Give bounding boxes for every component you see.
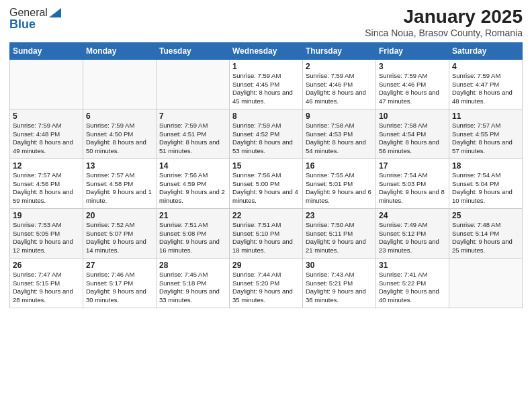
logo-blue-text: Blue [9, 17, 36, 32]
day-number: 3 [379, 62, 446, 71]
calendar-cell: 23Sunrise: 7:50 AMSunset: 5:11 PMDayligh… [303, 208, 376, 258]
day-info: Sunset: 5:05 PM [13, 230, 80, 238]
day-info: Daylight: 9 hours and 23 minutes. [379, 238, 446, 255]
calendar-cell: 28Sunrise: 7:45 AMSunset: 5:18 PMDayligh… [157, 258, 230, 308]
calendar-cell: 22Sunrise: 7:51 AMSunset: 5:10 PMDayligh… [230, 208, 303, 258]
day-info: Sunset: 4:46 PM [306, 81, 373, 89]
day-info: Daylight: 8 hours and 51 minutes. [159, 138, 226, 156]
day-info: Sunset: 4:51 PM [159, 130, 226, 139]
day-info: Sunset: 5:03 PM [379, 180, 446, 189]
day-info: Sunrise: 7:44 AM [232, 271, 300, 279]
day-info: Daylight: 9 hours and 12 minutes. [13, 238, 80, 255]
day-header-friday: Friday [376, 42, 449, 59]
calendar-cell [157, 59, 230, 109]
calendar-cell: 31Sunrise: 7:41 AMSunset: 5:22 PMDayligh… [376, 258, 449, 308]
calendar-cell: 15Sunrise: 7:56 AMSunset: 5:00 PMDayligh… [230, 158, 303, 208]
calendar-cell: 21Sunrise: 7:51 AMSunset: 5:08 PMDayligh… [157, 208, 230, 258]
calendar-cell: 30Sunrise: 7:43 AMSunset: 5:21 PMDayligh… [303, 258, 376, 308]
day-info: Sunrise: 7:51 AM [159, 221, 226, 230]
day-info: Sunrise: 7:59 AM [232, 72, 300, 81]
page: General Blue January 2025 Sinca Noua, Br… [0, 0, 532, 411]
day-info: Sunset: 5:11 PM [306, 230, 373, 238]
day-header-sunday: Sunday [10, 42, 83, 59]
day-info: Sunset: 5:10 PM [232, 230, 300, 238]
day-info: Daylight: 8 hours and 54 minutes. [306, 138, 373, 156]
day-number: 24 [379, 211, 446, 220]
day-info: Sunrise: 7:52 AM [86, 221, 153, 230]
day-info: Sunset: 4:48 PM [13, 130, 80, 139]
day-info: Sunrise: 7:58 AM [306, 122, 373, 130]
calendar-body: 1Sunrise: 7:59 AMSunset: 4:45 PMDaylight… [10, 59, 523, 308]
day-number: 1 [232, 62, 300, 71]
day-header-monday: Monday [83, 42, 157, 59]
calendar-cell: 6Sunrise: 7:59 AMSunset: 4:50 PMDaylight… [83, 109, 157, 158]
calendar-cell: 11Sunrise: 7:57 AMSunset: 4:55 PMDayligh… [449, 109, 523, 158]
calendar-cell [10, 59, 83, 109]
day-number: 30 [306, 261, 373, 270]
day-info: Sunset: 5:01 PM [306, 180, 373, 189]
day-info: Daylight: 9 hours and 38 minutes. [306, 287, 373, 305]
day-info: Sunset: 4:52 PM [232, 130, 300, 139]
day-info: Sunrise: 7:57 AM [13, 171, 80, 180]
day-info: Sunrise: 7:55 AM [306, 171, 373, 180]
day-header-thursday: Thursday [303, 42, 376, 59]
calendar-cell [83, 59, 157, 109]
day-info: Daylight: 9 hours and 10 minutes. [452, 188, 519, 205]
day-info: Daylight: 8 hours and 50 minutes. [86, 138, 153, 156]
logo-icon [49, 8, 61, 17]
day-info: Sunrise: 7:51 AM [232, 221, 300, 230]
svg-marker-0 [49, 8, 61, 17]
calendar-week-3: 12Sunrise: 7:57 AMSunset: 4:56 PMDayligh… [10, 158, 523, 208]
calendar-table: SundayMondayTuesdayWednesdayThursdayFrid… [9, 42, 523, 308]
day-info: Sunset: 5:00 PM [232, 180, 300, 189]
day-number: 14 [159, 161, 226, 171]
day-number: 9 [306, 111, 373, 121]
day-header-saturday: Saturday [449, 42, 523, 59]
day-info: Sunrise: 7:59 AM [306, 72, 373, 81]
day-number: 26 [13, 261, 80, 270]
day-number: 20 [86, 211, 153, 220]
calendar-cell: 3Sunrise: 7:59 AMSunset: 4:46 PMDaylight… [376, 59, 449, 109]
day-info: Daylight: 8 hours and 49 minutes. [13, 138, 80, 156]
day-info: Daylight: 9 hours and 35 minutes. [232, 287, 300, 305]
calendar-cell: 9Sunrise: 7:58 AMSunset: 4:53 PMDaylight… [303, 109, 376, 158]
calendar-cell: 2Sunrise: 7:59 AMSunset: 4:46 PMDaylight… [303, 59, 376, 109]
page-subtitle: Sinca Noua, Brasov County, Romania [365, 28, 523, 38]
day-info: Daylight: 9 hours and 28 minutes. [13, 287, 80, 305]
day-info: Sunset: 4:50 PM [86, 130, 153, 139]
calendar-cell: 24Sunrise: 7:49 AMSunset: 5:12 PMDayligh… [376, 208, 449, 258]
day-info: Sunrise: 7:54 AM [452, 171, 519, 180]
day-header-tuesday: Tuesday [157, 42, 230, 59]
day-info: Sunrise: 7:56 AM [159, 171, 226, 180]
calendar-cell: 27Sunrise: 7:46 AMSunset: 5:17 PMDayligh… [83, 258, 157, 308]
day-number: 31 [379, 261, 446, 270]
day-info: Sunrise: 7:50 AM [306, 221, 373, 230]
day-info: Daylight: 8 hours and 59 minutes. [13, 188, 80, 205]
day-info: Sunset: 5:15 PM [13, 279, 80, 288]
day-info: Daylight: 8 hours and 47 minutes. [379, 89, 446, 106]
day-info: Sunrise: 7:47 AM [13, 271, 80, 279]
calendar-cell: 19Sunrise: 7:53 AMSunset: 5:05 PMDayligh… [10, 208, 83, 258]
day-number: 18 [452, 161, 519, 171]
day-info: Daylight: 9 hours and 16 minutes. [159, 238, 226, 255]
day-info: Sunrise: 7:58 AM [379, 122, 446, 130]
day-info: Daylight: 9 hours and 18 minutes. [232, 238, 300, 255]
day-info: Daylight: 9 hours and 30 minutes. [86, 287, 153, 305]
day-info: Sunset: 5:08 PM [159, 230, 226, 238]
day-number: 16 [306, 161, 373, 171]
day-number: 28 [159, 261, 226, 270]
calendar-cell: 25Sunrise: 7:48 AMSunset: 5:14 PMDayligh… [449, 208, 523, 258]
day-info: Sunset: 5:12 PM [379, 230, 446, 238]
day-info: Sunrise: 7:59 AM [13, 122, 80, 130]
day-number: 19 [13, 211, 80, 220]
day-info: Daylight: 8 hours and 46 minutes. [306, 89, 373, 106]
calendar-cell: 7Sunrise: 7:59 AMSunset: 4:51 PMDaylight… [157, 109, 230, 158]
day-info: Sunrise: 7:59 AM [379, 72, 446, 81]
day-info: Sunset: 5:18 PM [159, 279, 226, 288]
day-info: Sunrise: 7:43 AM [306, 271, 373, 279]
day-number: 25 [452, 211, 519, 220]
day-number: 6 [86, 111, 153, 121]
day-info: Sunrise: 7:59 AM [452, 72, 519, 81]
day-number: 15 [232, 161, 300, 171]
day-info: Daylight: 9 hours and 8 minutes. [379, 188, 446, 205]
